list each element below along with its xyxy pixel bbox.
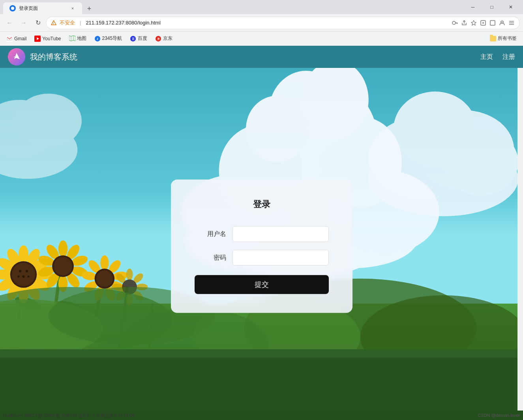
svg-point-58: [19, 246, 28, 264]
bookmark-nav2345[interactable]: 2 2345导航: [91, 34, 126, 43]
nav2345-favicon: 2: [94, 36, 101, 42]
address-separator: |: [80, 20, 81, 26]
back-button[interactable]: ←: [3, 17, 16, 29]
forward-button[interactable]: →: [17, 17, 30, 29]
security-warning-icon: !: [51, 20, 56, 26]
svg-marker-5: [471, 21, 476, 25]
maximize-button[interactable]: □: [483, 0, 501, 14]
menu-icon[interactable]: [508, 20, 515, 26]
bookmark-baidu[interactable]: 百 百度: [127, 34, 150, 43]
gmail-favicon: [6, 36, 13, 42]
svg-text:百: 百: [132, 38, 135, 40]
new-tab-button[interactable]: +: [84, 3, 95, 14]
svg-point-71: [12, 263, 35, 286]
bookmark-jd[interactable]: 京 京东: [152, 34, 176, 43]
svg-point-74: [22, 275, 24, 278]
password-input[interactable]: [232, 250, 329, 266]
login-card: 登录 用户名 密码 提交: [171, 180, 352, 313]
username-label: 用户名: [195, 230, 226, 238]
close-button[interactable]: ✕: [502, 0, 520, 14]
login-title: 登录: [195, 199, 329, 210]
svg-point-43: [443, 129, 518, 196]
svg-point-72: [19, 270, 21, 272]
site-navbar: 我的博客系统 主页 注册: [0, 46, 523, 68]
svg-point-89: [100, 255, 109, 270]
svg-point-73: [26, 270, 28, 272]
title-bar: 登录页面 × + ─ □ ✕: [0, 0, 523, 14]
svg-rect-7: [490, 21, 495, 25]
svg-text:!: !: [53, 22, 54, 24]
star-icon[interactable]: [471, 20, 477, 26]
submit-button[interactable]: 提交: [195, 275, 329, 294]
svg-point-77: [58, 240, 67, 257]
tab-favicon: [9, 5, 16, 11]
extension-icon: [480, 20, 486, 26]
minimize-button[interactable]: ─: [464, 0, 482, 14]
svg-point-76: [27, 276, 29, 278]
bookmark-maps[interactable]: 地图: [66, 34, 90, 43]
svg-point-75: [17, 276, 19, 278]
svg-point-100: [126, 269, 133, 280]
bookmark-gmail[interactable]: Gmail: [3, 34, 30, 43]
folder-icon: [490, 36, 496, 41]
toolbar: ← → ↻ ! 不安全 | 211.159.172.237:8080/login…: [0, 14, 523, 32]
home-link[interactable]: 主页: [480, 53, 493, 61]
fullscreen-icon[interactable]: [489, 20, 496, 26]
gmail-label: Gmail: [14, 36, 26, 41]
tab-close-button[interactable]: ×: [69, 5, 76, 11]
svg-point-37: [302, 60, 369, 139]
password-row: 密码: [195, 250, 329, 266]
refresh-button[interactable]: ↻: [32, 17, 44, 29]
bookmark-youtube[interactable]: YouTube: [31, 34, 64, 43]
maps-favicon: [69, 36, 75, 42]
youtube-label: YouTube: [42, 36, 61, 41]
all-bookmarks-button[interactable]: 所有书签: [487, 34, 520, 43]
svg-point-88: [54, 257, 72, 275]
baidu-favicon: 百: [130, 36, 136, 42]
register-link[interactable]: 注册: [502, 53, 515, 61]
window-controls: ─ □ ✕: [464, 0, 520, 14]
svg-point-99: [96, 270, 113, 287]
baidu-label: 百度: [138, 35, 147, 42]
url-text: 211.159.172.237:8080/login.html: [86, 20, 448, 26]
bookmarks-bar: Gmail YouTube 地图 2 2345导航 百 百度: [0, 32, 523, 46]
jd-label: 京东: [163, 35, 172, 42]
site-name: 我的博客系统: [30, 52, 77, 62]
share-icon: [461, 20, 467, 26]
tabs-area: 登录页面 × +: [3, 0, 461, 14]
profile-icon[interactable]: [499, 20, 505, 26]
scrollbar[interactable]: [517, 68, 523, 411]
key-icon: [452, 20, 458, 26]
svg-rect-12: [7, 36, 12, 41]
insecure-label: 不安全: [60, 19, 75, 26]
username-input[interactable]: [232, 226, 329, 242]
page-content: 我的博客系统 主页 注册 登录 用户名 密码 提交 Markdown 8892字…: [0, 46, 523, 420]
nav2345-label: 2345导航: [102, 35, 122, 42]
status-left: Markdown 8892字数 259行数 当前249 当前列 0 义页已保存2…: [3, 412, 135, 418]
svg-marker-16: [69, 36, 75, 41]
password-label: 密码: [195, 253, 226, 262]
svg-text:京: 京: [157, 37, 160, 40]
svg-point-1: [452, 21, 456, 24]
browser-window: 登录页面 × + ─ □ ✕ ← → ↻ ! 不安全 | 211.159.172…: [0, 0, 523, 420]
svg-point-46: [15, 94, 82, 148]
youtube-favicon: [34, 36, 41, 42]
site-logo: [8, 48, 25, 66]
logo-icon: [11, 51, 22, 62]
maps-label: 地图: [77, 35, 86, 42]
status-bar: Markdown 8892字数 259行数 当前249 当前列 0 义页已保存2…: [0, 411, 523, 420]
status-right: CSDN @demon-lover: [478, 413, 520, 418]
all-bookmarks-label: 所有书签: [498, 35, 517, 42]
active-tab[interactable]: 登录页面 ×: [3, 2, 82, 14]
site-nav-links: 主页 注册: [480, 53, 515, 61]
jd-favicon: 京: [155, 36, 161, 42]
svg-point-38: [246, 96, 308, 162]
address-bar[interactable]: ! 不安全 | 211.159.172.237:8080/login.html: [46, 17, 520, 29]
username-row: 用户名: [195, 226, 329, 242]
svg-text:2: 2: [97, 38, 98, 40]
tab-title: 登录页面: [19, 5, 66, 12]
